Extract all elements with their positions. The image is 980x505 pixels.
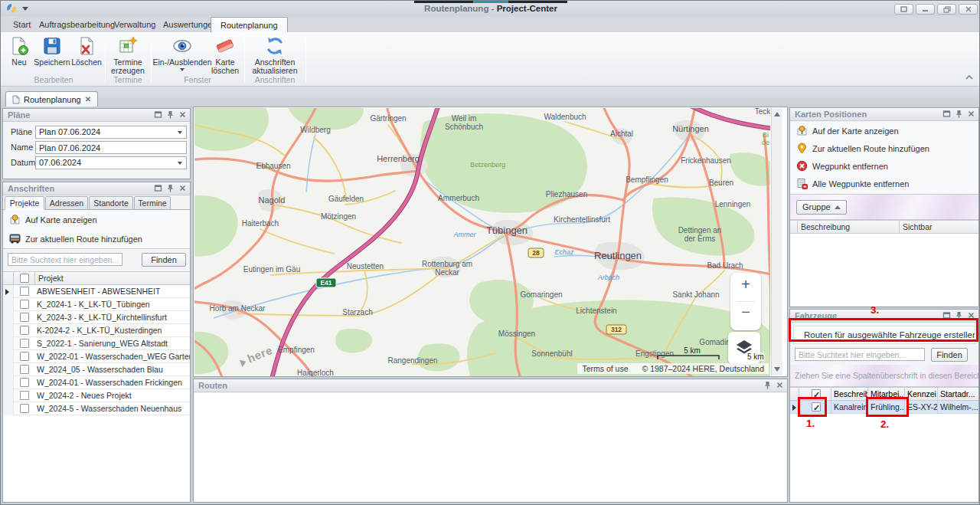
project-checkbox[interactable] xyxy=(20,352,29,361)
project-row[interactable]: W_2024-2 - Neues Projekt xyxy=(3,389,190,402)
minimize-button[interactable] xyxy=(916,4,935,15)
projekt-column-header[interactable]: Projekt xyxy=(35,272,190,284)
plaene-panel-title: Pläne xyxy=(3,109,190,122)
map-label: Pliezhausen xyxy=(546,190,587,198)
document-tab-routenplanung[interactable]: Routenplanung ✕ xyxy=(5,91,98,107)
map-label: Ammerbuch xyxy=(438,194,479,202)
pin-icon[interactable] xyxy=(763,381,772,389)
maximize-icon[interactable] xyxy=(154,110,162,119)
close-button[interactable] xyxy=(959,4,978,15)
project-checkbox[interactable] xyxy=(20,287,29,296)
workspace: Pläne Pläne Plan 07.06.2024 Name Datum 0… xyxy=(1,107,980,505)
tab-projekte[interactable]: Projekte xyxy=(5,196,44,210)
chevron-down-icon[interactable] xyxy=(175,127,185,137)
zoom-out-button[interactable]: − xyxy=(730,303,761,321)
delete-document-icon xyxy=(77,36,96,56)
project-label: W_2024-5 - Wasserschaden Neuenhaus xyxy=(35,404,181,413)
close-icon[interactable] xyxy=(967,110,975,118)
scroll-down-icon[interactable] xyxy=(774,367,780,372)
close-icon[interactable] xyxy=(178,110,187,119)
project-checkbox[interactable] xyxy=(20,404,29,413)
tab-adressen[interactable]: Adressen xyxy=(45,196,88,210)
new-document-icon xyxy=(9,36,29,56)
plaene-combo[interactable]: Plan 07.06.2024 xyxy=(35,126,187,139)
search-input[interactable] xyxy=(795,348,925,361)
collapse-ribbon-icon[interactable] xyxy=(964,73,975,82)
map-label: Sonnenbühl xyxy=(531,349,572,358)
project-row[interactable]: ABWESENHEIT - ABWESENHEIT xyxy=(3,285,190,298)
map-label: de xyxy=(762,139,769,146)
show-on-map-action[interactable]: Auf Karte anzeigen xyxy=(3,210,190,229)
add-to-route-action[interactable]: Zur aktuellen Route hinzufügen xyxy=(790,139,978,157)
close-icon[interactable] xyxy=(776,381,784,389)
project-row[interactable]: W_2022-01 - Wasserschaden_WEG Gartenstr-… xyxy=(3,350,190,363)
project-row[interactable]: W_2024-01 - Wasserschaden Frickingen xyxy=(3,376,190,389)
remove-waypoint-action[interactable]: Wegpunkt entfernen xyxy=(790,157,978,175)
search-input[interactable] xyxy=(8,253,122,266)
startadresse-cell: Wilhelm-... xyxy=(938,401,978,413)
group-label-bearbeiten: Bearbeiten xyxy=(5,75,102,86)
chevron-down-icon[interactable] xyxy=(175,158,185,168)
map-canvas[interactable]: E4128312 GärtringenWeil imSchönbuchWalde… xyxy=(194,108,770,376)
map-label: Tübingen xyxy=(486,225,528,236)
maximize-icon[interactable] xyxy=(942,110,951,118)
map-pin-icon xyxy=(796,125,808,136)
sichtbar-column-header[interactable]: Sichtbar xyxy=(900,221,978,233)
name-field-row: Name xyxy=(3,141,190,154)
terms-of-use-link[interactable]: Terms of use xyxy=(582,364,628,373)
project-checkbox[interactable] xyxy=(20,326,29,335)
select-all-checkbox[interactable] xyxy=(20,274,29,283)
pin-icon[interactable] xyxy=(166,110,175,119)
anschriften-actions: Auf Karte anzeigen Zur aktuellen Route h… xyxy=(3,210,190,249)
map-label: Starzach xyxy=(342,308,372,316)
project-row[interactable]: S_2022-1 - Sanierung_WEG Altstadt xyxy=(3,337,190,350)
finden-button[interactable]: Finden xyxy=(142,253,186,267)
tab-close-icon[interactable]: ✕ xyxy=(85,96,91,103)
project-checkbox[interactable] xyxy=(20,313,29,322)
project-row[interactable]: K_2024-3 - K_LK-TÜ_Kirchtellinsfurt xyxy=(3,311,190,324)
maximize-icon[interactable] xyxy=(154,184,162,192)
project-checkbox[interactable] xyxy=(20,378,29,387)
karten-panel-title: Karten Positionen xyxy=(790,108,978,121)
map-label: Ebhausen xyxy=(256,162,290,170)
map-label: Dettingen ander Erms xyxy=(678,226,722,243)
project-row[interactable]: K_2024-1 - K_LK-TÜ_Tübingen xyxy=(3,298,190,311)
startadresse-column-header[interactable]: Startadr... xyxy=(938,388,978,400)
datum-combo[interactable]: 07.06.2024 xyxy=(35,156,187,169)
routen-panel-title: Routen xyxy=(194,379,787,392)
add-to-route-action[interactable]: Zur aktuellen Route hinzufügen xyxy=(3,229,190,248)
pin-icon[interactable] xyxy=(166,184,175,192)
project-checkbox[interactable] xyxy=(20,339,29,348)
tab-routenplanung[interactable]: Routenplanung xyxy=(211,17,288,32)
document-tab-bar: Routenplanung ✕ xyxy=(1,87,980,107)
restore-button[interactable] xyxy=(937,4,956,15)
project-row[interactable]: K-2024-2 - K_LK-TÜ_Kusterdingen xyxy=(3,324,190,337)
scroll-up-icon[interactable] xyxy=(774,112,780,116)
name-field[interactable] xyxy=(35,141,187,154)
zoom-in-button[interactable]: + xyxy=(730,276,761,293)
project-row[interactable]: W_2024_05 - Wasserschaden Blau xyxy=(3,363,190,376)
gruppe-button[interactable]: Gruppe xyxy=(796,200,847,215)
routen-panel: Routen xyxy=(193,379,788,503)
pin-icon[interactable] xyxy=(955,110,963,118)
project-label: S_2022-1 - Sanierung_WEG Altstadt xyxy=(35,339,168,348)
karten-group-area: Gruppe xyxy=(790,195,978,220)
project-checkbox[interactable] xyxy=(20,365,29,374)
show-on-map-action[interactable]: Auf der Karte anzeigen xyxy=(790,122,978,139)
beschreibung-column-header[interactable]: Beschreibung xyxy=(798,221,900,233)
tab-standorte[interactable]: Standorte xyxy=(89,196,133,210)
project-table-body: ABWESENHEIT - ABWESENHEITK_2024-1 - K_LK… xyxy=(3,285,190,501)
tab-termine[interactable]: Termine xyxy=(134,196,171,210)
kennzeichen-column-header[interactable]: Kennzei... xyxy=(905,388,938,400)
finden-button[interactable]: Finden xyxy=(931,348,968,362)
beschreibung-column-header[interactable]: Beschreibu... xyxy=(831,388,868,400)
map-scrollbar[interactable] xyxy=(771,108,782,375)
project-label: W_2024-2 - Neues Projekt xyxy=(35,391,132,400)
project-checkbox[interactable] xyxy=(20,300,29,309)
close-icon[interactable] xyxy=(178,184,187,192)
road-badge: E41 xyxy=(320,279,332,287)
remove-all-waypoints-action[interactable]: Alle Wegpunkte entfernen xyxy=(790,175,978,192)
project-checkbox[interactable] xyxy=(20,391,29,400)
fullscreen-button[interactable] xyxy=(894,4,913,15)
project-row[interactable]: W_2024-5 - Wasserschaden Neuenhaus xyxy=(3,402,190,415)
